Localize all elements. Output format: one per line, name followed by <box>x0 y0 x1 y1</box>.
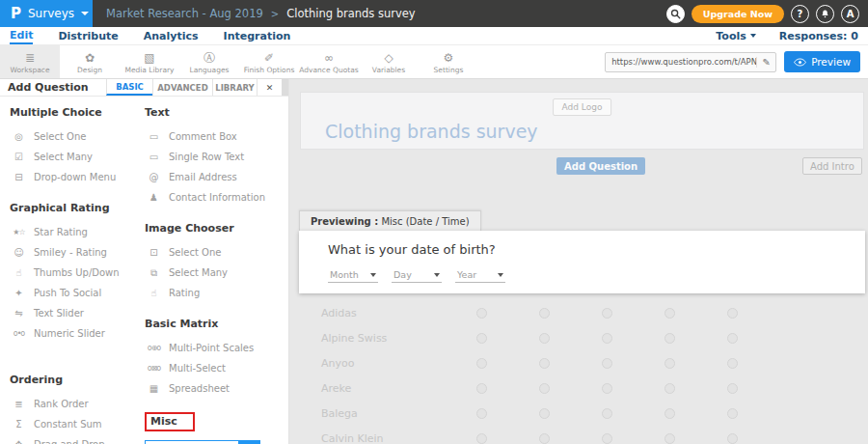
edit-pencil-icon[interactable]: ✎ <box>756 57 775 68</box>
add-logo-button[interactable]: Add Logo <box>553 98 612 116</box>
matrix-radio[interactable] <box>665 333 675 344</box>
matrix-radio[interactable] <box>539 433 550 444</box>
panel-item-comment-box[interactable]: ▭Comment Box <box>145 126 287 147</box>
panel-item-smiley-rating[interactable]: ☺Smiley - Rating <box>10 242 143 263</box>
survey-url-box[interactable]: https://www.questionpro.com/t/APNrfZ ✎ <box>605 52 776 72</box>
panel-item-date-time[interactable]: ⊟Date / Time <box>145 440 239 444</box>
matrix-radio[interactable] <box>539 358 550 369</box>
toolbar-item-design[interactable]: ✿Design <box>60 45 120 78</box>
matrix-radio[interactable] <box>476 308 487 319</box>
matrix-radio[interactable] <box>602 408 612 419</box>
app-logo-block[interactable]: P Surveys <box>0 0 93 27</box>
matrix-radio[interactable] <box>539 308 550 319</box>
matrix-radio[interactable] <box>727 358 738 369</box>
nav-tab-analytics[interactable]: Analytics <box>144 27 199 44</box>
survey-header-card: Add Logo Clothing brands survey <box>300 92 864 150</box>
nav-tab-edit[interactable]: Edit <box>10 27 33 44</box>
preview-button[interactable]: Preview <box>784 51 860 72</box>
responses-count[interactable]: Responses: 0 <box>779 30 858 42</box>
panel-item-email-address[interactable]: @Email Address <box>145 167 287 187</box>
toolbar-item-workspace[interactable]: ≣Workspace <box>0 45 60 78</box>
toolbar-item-settings[interactable]: ⚙Settings <box>419 45 478 78</box>
date-select-day[interactable]: Day <box>392 269 442 283</box>
matrix-radio[interactable] <box>539 408 550 419</box>
breadcrumb-parent[interactable]: Market Research - Aug 2019 <box>106 7 263 20</box>
toolbar-item-finish-options[interactable]: ✐Finish Options <box>239 45 299 78</box>
matrix-radio[interactable] <box>602 433 612 444</box>
panel-tab-advanced[interactable]: ADVANCED <box>152 79 212 96</box>
panel-item-multi-select[interactable]: o⊠oMulti-Select <box>145 358 287 378</box>
panel-item-numeric-slider[interactable]: o•oNumeric Slider <box>10 323 143 344</box>
add-intro-button[interactable]: Add Intro <box>802 157 862 175</box>
panel-tab-library[interactable]: LIBRARY <box>212 79 257 96</box>
matrix-radio[interactable] <box>665 383 675 394</box>
toolbar-item-languages[interactable]: ⒶLanguages <box>179 45 239 78</box>
matrix-row-label: Alpine Swiss <box>289 332 450 345</box>
nav-tab-distribute[interactable]: Distribute <box>58 27 118 44</box>
matrix-cell <box>576 358 638 369</box>
panel-item-rating[interactable]: ☝Rating <box>145 283 287 303</box>
matrix-row: Adidas <box>289 300 868 325</box>
help-button[interactable]: ? <box>791 5 809 23</box>
matrix-radio[interactable] <box>602 358 612 369</box>
panel-item-select-many[interactable]: ☑Select Many <box>10 147 143 167</box>
panel-item-drag-and-drop[interactable]: ✥Drag and Drop <box>10 434 143 444</box>
toolbar-item-label: Workspace <box>11 66 50 74</box>
matrix-radio[interactable] <box>665 358 675 369</box>
panel-item-drop-down-menu[interactable]: ⊟Drop-down Menu <box>10 167 143 187</box>
nav-tab-integration[interactable]: Integration <box>224 27 291 44</box>
matrix-radio[interactable] <box>602 308 612 319</box>
panel-item-push-to-social[interactable]: ✦Push To Social <box>10 283 143 303</box>
notifications-button[interactable] <box>816 5 834 23</box>
matrix-radio[interactable] <box>665 408 675 419</box>
toolbar-item-advance-quotas[interactable]: ∞Advance Quotas <box>299 45 359 78</box>
matrix-radio[interactable] <box>727 433 738 444</box>
panel-item-contact-information[interactable]: ♟Contact Information <box>145 187 287 208</box>
panel-item-multi-point-scales[interactable]: o⊕oMulti-Point Scales <box>145 338 287 358</box>
search-button[interactable] <box>666 5 685 23</box>
panel-item-select-one[interactable]: ◎Select One <box>10 126 143 147</box>
select-one-icon: ◎ <box>10 131 28 142</box>
matrix-radio[interactable] <box>602 383 612 394</box>
panel-item-label: Email Address <box>169 172 237 182</box>
panel-item-star-rating[interactable]: ★☆Star Rating <box>10 222 143 242</box>
add-question-type-button[interactable]: + <box>239 440 260 444</box>
panel-tab-basic[interactable]: BASIC <box>106 79 152 96</box>
matrix-row-label: Adidas <box>289 307 450 319</box>
matrix-radio[interactable] <box>727 333 738 344</box>
tools-menu[interactable]: Tools <box>716 30 755 42</box>
upgrade-now-button[interactable]: Upgrade Now <box>692 5 784 23</box>
section-image-chooser: Image Chooser⊡Select One⧉Select Many☝Rat… <box>145 222 287 303</box>
matrix-radio[interactable] <box>727 383 738 394</box>
matrix-radio[interactable] <box>602 333 612 344</box>
matrix-radio[interactable] <box>539 333 550 344</box>
matrix-radio[interactable] <box>476 383 487 394</box>
panel-item-constant-sum[interactable]: ΣConstant Sum <box>10 414 143 434</box>
matrix-radio[interactable] <box>665 308 675 319</box>
section-title-graphical-rating: Graphical Rating <box>10 202 143 214</box>
panel-item-text-slider[interactable]: ⇋Text Slider <box>10 303 143 323</box>
date-select-year[interactable]: Year <box>455 269 505 283</box>
matrix-radio[interactable] <box>727 408 738 419</box>
avatar[interactable]: A <box>841 5 859 23</box>
matrix-radio[interactable] <box>665 433 675 444</box>
panel-item-select-many[interactable]: ⧉Select Many <box>145 263 287 283</box>
matrix-cell <box>576 433 638 444</box>
panel-item-thumbs-up-down[interactable]: ☝Thumbs Up/Down <box>10 263 143 283</box>
add-question-button[interactable]: Add Question <box>556 157 645 175</box>
matrix-radio[interactable] <box>539 383 550 394</box>
toolbar-item-label: Variables <box>372 66 405 74</box>
matrix-radio[interactable] <box>476 333 487 344</box>
panel-item-spreadsheet[interactable]: ▦Spreadsheet <box>145 378 287 399</box>
panel-item-select-one[interactable]: ⊡Select One <box>145 242 287 263</box>
matrix-radio[interactable] <box>476 433 487 444</box>
date-select-month[interactable]: Month <box>328 269 378 283</box>
close-icon[interactable]: ✕ <box>257 79 282 96</box>
toolbar-item-variables[interactable]: ◇Variables <box>359 45 419 78</box>
panel-item-rank-order[interactable]: ≣Rank Order <box>10 394 143 414</box>
toolbar-item-media-library[interactable]: ▧Media Library <box>120 45 179 78</box>
matrix-radio[interactable] <box>476 358 487 369</box>
matrix-radio[interactable] <box>727 308 738 319</box>
matrix-radio[interactable] <box>476 408 487 419</box>
panel-item-single-row-text[interactable]: ▭Single Row Text <box>145 147 287 167</box>
